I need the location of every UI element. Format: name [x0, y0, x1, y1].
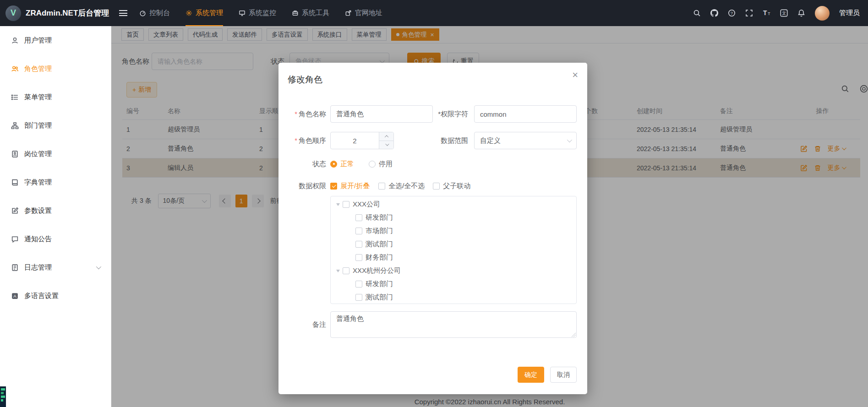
radio-disabled[interactable]	[369, 161, 376, 168]
tree-checkbox[interactable]	[355, 281, 362, 288]
confirm-button[interactable]: 确定	[518, 367, 544, 383]
sidebar-item-notices[interactable]: 通知公告	[0, 225, 111, 253]
sidebar-item-i18n[interactable]: A 多语言设置	[0, 282, 111, 310]
sidebar-label: 参数设置	[24, 206, 52, 215]
search-icon[interactable]	[693, 9, 701, 17]
sidebar-item-parameters[interactable]: 参数设置	[0, 196, 111, 225]
edit-role-dialog: 修改角色 × *角色名称 *权限字符 *角色顺序 数据范	[278, 63, 587, 394]
sidebar-item-users[interactable]: 用户管理	[0, 26, 111, 54]
caret-down-icon[interactable]	[336, 270, 340, 274]
data-permission-row: 数据权限 展开/折叠 全选/全不选 父子联动	[278, 180, 587, 191]
nav-system-tools[interactable]: 系统工具	[292, 0, 329, 26]
tree-node[interactable]: 测试部门	[331, 238, 576, 251]
perm-char-input[interactable]	[474, 105, 577, 123]
dialog-footer: 确定 取消	[518, 367, 577, 383]
tree-node[interactable]: 研发部门	[331, 277, 576, 291]
help-icon[interactable]: ?	[728, 9, 736, 17]
sidebar-item-roles[interactable]: 角色管理	[0, 54, 111, 83]
tree-node-label: XXX杭州分公司	[353, 266, 401, 275]
nav-system-management[interactable]: 系统管理	[186, 0, 223, 26]
parent-child-linkage-checkbox[interactable]	[433, 183, 440, 190]
header-actions: ? TT 文 管理员	[693, 6, 860, 21]
required-marker: *	[295, 136, 297, 144]
tree-checkbox[interactable]	[355, 228, 362, 234]
parent-child-linkage-label[interactable]: 父子联动	[443, 182, 470, 190]
role-name-input[interactable]	[330, 105, 433, 123]
department-tree: XXX公司 研发部门 市场部门 测试部门 财务部门	[330, 196, 577, 304]
nav-console[interactable]: 控制台	[139, 0, 170, 26]
nav-system-monitor[interactable]: 系统监控	[239, 0, 276, 26]
nav-official-site[interactable]: 官网地址	[345, 0, 382, 26]
decrement-button[interactable]	[379, 141, 393, 149]
sidebar-label: 多语言设置	[24, 292, 59, 300]
tree-node[interactable]: XXX杭州分公司	[331, 264, 576, 277]
sidebar-label: 角色管理	[24, 65, 52, 73]
expand-collapse-label[interactable]: 展开/折叠	[340, 182, 370, 190]
fullscreen-icon[interactable]	[745, 9, 753, 17]
tree-node-label: 研发部门	[366, 213, 393, 222]
data-permission-label: 数据权限	[278, 182, 326, 190]
dict-icon	[11, 179, 19, 186]
tree-node-label: 财务部门	[366, 253, 393, 262]
caret-down-icon[interactable]	[336, 203, 340, 208]
tree-node[interactable]: 研发部门	[331, 211, 576, 224]
user-name[interactable]: 管理员	[839, 9, 860, 17]
sidebar-label: 通知公告	[24, 235, 52, 244]
tree-node[interactable]: 财务部门	[331, 251, 576, 264]
sidebar-item-posts[interactable]: 岗位管理	[0, 140, 111, 168]
tree-checkbox[interactable]	[355, 214, 362, 221]
select-all-checkbox[interactable]	[378, 183, 385, 190]
font-size-icon[interactable]: TT	[763, 9, 770, 17]
remark-textarea[interactable]: 普通角色	[330, 311, 577, 338]
chevron-down-icon	[96, 264, 101, 269]
bell-icon[interactable]	[797, 9, 805, 17]
nav-label: 官网地址	[355, 9, 382, 17]
brand: V ZRAdmin.NET后台管理	[0, 5, 111, 21]
chevron-down-icon	[567, 137, 572, 142]
close-icon[interactable]: ×	[572, 70, 578, 80]
radio-disabled-label[interactable]: 停用	[379, 160, 393, 168]
log-icon	[11, 264, 19, 271]
svg-text:T: T	[763, 9, 767, 16]
tree-node-label: 研发部门	[366, 280, 393, 288]
select-all-label[interactable]: 全选/全不选	[388, 182, 425, 190]
sidebar-item-departments[interactable]: 部门管理	[0, 111, 111, 140]
menu-icon	[11, 93, 19, 101]
user-avatar[interactable]	[815, 6, 830, 21]
github-icon[interactable]	[710, 9, 718, 17]
stepper-controls	[379, 132, 393, 149]
tree-checkbox[interactable]	[355, 254, 362, 261]
sidebar-item-dictionary[interactable]: 字典管理	[0, 168, 111, 196]
tree-node-label: 测试部门	[366, 240, 393, 249]
tree-node[interactable]: 市场部门	[331, 224, 576, 238]
tree-checkbox[interactable]	[343, 267, 349, 274]
perm-char-label: *权限字符	[433, 110, 468, 119]
hamburger-icon[interactable]	[119, 10, 127, 16]
tree-node[interactable]: XXX公司	[331, 198, 576, 211]
nav-label: 系统监控	[249, 9, 276, 17]
svg-text:文: 文	[782, 11, 786, 16]
radio-normal[interactable]	[330, 161, 337, 168]
tree-node[interactable]: 测试部门	[331, 291, 576, 304]
language-icon[interactable]: 文	[780, 9, 788, 17]
radio-normal-label[interactable]: 正常	[340, 160, 354, 168]
notice-icon	[11, 235, 19, 243]
increment-button[interactable]	[379, 132, 393, 141]
expand-collapse-checkbox[interactable]	[330, 183, 337, 190]
sidebar-item-logs[interactable]: 日志管理	[0, 253, 111, 282]
header: V ZRAdmin.NET后台管理 控制台 系统管理 系统监控 系统工具	[0, 0, 868, 26]
svg-text:T: T	[768, 11, 770, 16]
status-radio-group: 正常 停用	[330, 160, 393, 168]
dialog-body: *角色名称 *权限字符 *角色顺序 数据范围 自定义	[278, 105, 587, 347]
sidebar-item-menus[interactable]: 菜单管理	[0, 83, 111, 111]
sidebar-label: 菜单管理	[24, 93, 52, 102]
required-marker: *	[295, 110, 297, 118]
data-scope-select[interactable]: 自定义	[474, 132, 577, 149]
cancel-button[interactable]: 取消	[550, 367, 577, 383]
tree-checkbox[interactable]	[355, 294, 362, 301]
sidebar-label: 用户管理	[24, 36, 52, 45]
monitor-icon	[239, 10, 246, 16]
tree-checkbox[interactable]	[343, 201, 349, 208]
tree-checkbox[interactable]	[355, 241, 362, 248]
resize-handle-icon[interactable]	[572, 333, 576, 337]
